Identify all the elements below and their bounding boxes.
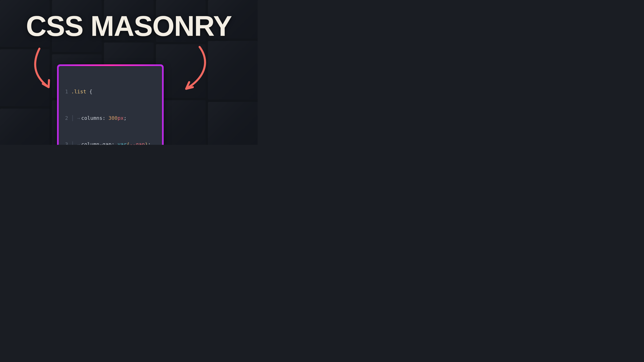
indent-guide: │ → xyxy=(71,114,80,123)
code-content: 1 .list { 2 │ → columns: 300px; 3 │ → co… xyxy=(59,66,162,145)
code-line-2: 2 │ → columns: 300px; xyxy=(62,114,158,123)
indent-guide: │ → xyxy=(71,140,80,145)
tok-selector: .list xyxy=(71,89,86,94)
tok-number: 300 xyxy=(108,115,118,121)
line-number: 3 xyxy=(62,140,68,145)
page-title: CSS MASONRY xyxy=(26,12,232,40)
tok-variable: --gap xyxy=(130,141,145,145)
tok-property: column-gap xyxy=(81,141,112,145)
tok-brace: { xyxy=(89,89,92,94)
tok-unit: px xyxy=(118,115,124,121)
line-number: 2 xyxy=(62,114,68,123)
tok-function: var xyxy=(118,141,126,145)
code-block: 1 .list { 2 │ → columns: 300px; 3 │ → co… xyxy=(57,64,164,145)
code-line-3: 3 │ → column-gap: var(--gap); xyxy=(62,140,158,145)
tok-property: columns xyxy=(81,115,102,121)
code-line-1: 1 .list { xyxy=(62,87,158,96)
line-number: 1 xyxy=(62,87,68,96)
